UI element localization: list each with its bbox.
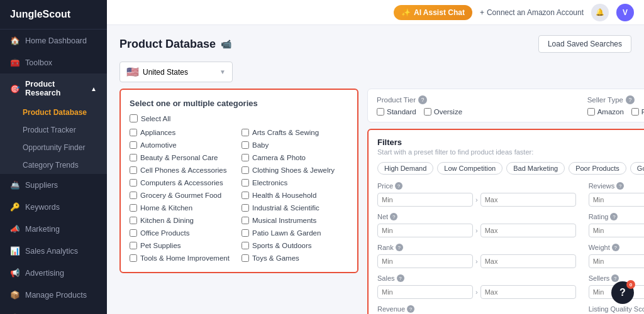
connect-label: Connect an Amazon Account — [487, 8, 584, 17]
category-office-checkbox[interactable] — [130, 229, 137, 237]
weight-min-input[interactable] — [589, 254, 644, 268]
price-min-input[interactable] — [377, 193, 473, 207]
price-range: › — [377, 193, 576, 207]
sidebar-sub-item-opportunity-finder[interactable]: Opportunity Finder — [0, 139, 107, 156]
price-max-input[interactable] — [480, 193, 576, 207]
category-beauty-checkbox[interactable] — [130, 154, 137, 161]
category-label: Beauty & Personal Care — [140, 154, 218, 161]
content-area: Product Database 📹 Load Saved Searches 🇺… — [107, 25, 644, 314]
weight-filter-group: Weight ? › — [589, 244, 644, 268]
category-musical-checkbox[interactable] — [242, 217, 249, 224]
manage-products-icon: 📦 — [10, 290, 20, 300]
category-electronics-checkbox[interactable] — [242, 179, 249, 187]
filters-title: Filters — [377, 138, 644, 147]
category-kitchen-dining-checkbox[interactable] — [130, 217, 137, 224]
category-label: Arts Crafts & Sewing — [252, 129, 319, 136]
sidebar-item-sales-analytics[interactable]: 📊 Sales Analytics — [0, 240, 107, 262]
amazon-checkbox[interactable] — [587, 108, 595, 116]
sales-range: › — [377, 285, 576, 299]
reviews-range: › — [589, 193, 644, 207]
user-avatar-button[interactable]: V — [616, 4, 634, 21]
reviews-min-input[interactable] — [589, 193, 644, 207]
ai-assist-button[interactable]: ✨ AI Assist Chat — [394, 5, 472, 20]
rank-min-input[interactable] — [377, 254, 473, 268]
sidebar-item-suppliers[interactable]: 🚢 Suppliers — [0, 174, 107, 196]
category-item: Cell Phones & Accessories — [130, 165, 236, 175]
sidebar-item-home-dashboard[interactable]: 🏠 Home Dashboard — [0, 30, 107, 51]
sidebar-item-toolbox[interactable]: 🧰 Toolbox — [0, 51, 107, 73]
categories-box: Select one or multiple categories Select… — [119, 89, 358, 273]
oversize-checkbox-item[interactable]: Oversize — [424, 108, 462, 116]
sales-max-input[interactable] — [480, 285, 576, 299]
standard-checkbox[interactable] — [377, 108, 384, 116]
category-toys-checkbox[interactable] — [242, 254, 249, 262]
net-label: Net ? — [377, 213, 576, 220]
sidebar-item-advertising[interactable]: 📢 Advertising — [0, 262, 107, 284]
category-clothing-checkbox[interactable] — [242, 166, 249, 174]
load-saved-searches-button[interactable]: Load Saved Searches — [538, 35, 631, 53]
product-tier-group: Product Tier ? Standard Oversize — [377, 95, 577, 116]
sidebar-sub-item-product-tracker[interactable]: Product Tracker — [0, 121, 107, 139]
oversize-checkbox[interactable] — [424, 108, 431, 116]
sidebar-sub-item-product-database[interactable]: Product Database — [0, 104, 107, 121]
category-baby-checkbox[interactable] — [242, 141, 249, 149]
category-arts-checkbox[interactable] — [242, 129, 249, 136]
rating-min-input[interactable] — [589, 224, 644, 237]
sidebar-item-marketing[interactable]: 📣 Marketing — [0, 218, 107, 240]
help-badge-button[interactable]: ? 0 — [611, 281, 634, 304]
fba-checkbox-item[interactable]: FBA — [631, 108, 644, 116]
filter-fields-grid: Price ? › Reviews — [377, 182, 644, 314]
category-cell-phones-checkbox[interactable] — [130, 166, 137, 174]
category-sports-checkbox[interactable] — [242, 242, 249, 249]
category-health-checkbox[interactable] — [242, 192, 249, 199]
product-tier-seller-row: Product Tier ? Standard Oversize — [367, 89, 644, 122]
category-label: Electronics — [252, 179, 287, 187]
rank-label: Rank ? — [377, 244, 576, 251]
net-min-input[interactable] — [377, 224, 473, 237]
chevron-down-icon: ▼ — [219, 68, 226, 75]
sidebar-item-academy[interactable]: 🎓 Academy — [0, 306, 107, 314]
sales-min-input[interactable] — [377, 285, 473, 299]
preset-high-demand[interactable]: High Demand — [377, 162, 433, 175]
category-camera-checkbox[interactable] — [242, 154, 249, 161]
preset-bad-marketing[interactable]: Bad Marketing — [506, 162, 565, 175]
category-automotive-checkbox[interactable] — [130, 141, 137, 149]
category-item: Office Products — [130, 228, 236, 238]
preset-low-competition[interactable]: Low Competition — [437, 162, 502, 175]
sidebar-item-label: Advertising — [25, 269, 64, 278]
rank-max-input[interactable] — [480, 254, 576, 268]
marketing-icon: 📣 — [10, 224, 20, 234]
sidebar-sub-item-label: Opportunity Finder — [23, 143, 85, 152]
sales-filter-group: Sales ? › — [377, 274, 576, 299]
category-grocery-checkbox[interactable] — [130, 192, 137, 199]
category-computers-checkbox[interactable] — [130, 179, 137, 187]
reviews-help-icon: ? — [616, 182, 624, 190]
category-appliances-checkbox[interactable] — [130, 129, 137, 136]
sidebar-item-manage-products[interactable]: 📦 Manage Products — [0, 284, 107, 306]
country-selector[interactable]: 🇺🇸 United States ▼ — [119, 62, 233, 82]
category-label: Automotive — [140, 141, 177, 149]
preset-poor-products[interactable]: Poor Products — [569, 162, 626, 175]
category-label: Baby — [252, 141, 269, 149]
sidebar-item-keywords[interactable]: 🔑 Keywords — [0, 196, 107, 218]
preset-good-roi[interactable]: Good ROI — [630, 162, 644, 175]
fba-checkbox[interactable] — [631, 108, 639, 116]
select-all-checkbox[interactable] — [130, 114, 138, 122]
question-mark-icon: ? — [619, 287, 626, 298]
net-range: › — [377, 224, 576, 237]
sales-analytics-icon: 📊 — [10, 246, 20, 256]
standard-checkbox-item[interactable]: Standard — [377, 108, 416, 116]
net-max-input[interactable] — [480, 224, 576, 237]
category-patio-checkbox[interactable] — [242, 229, 249, 237]
sidebar-section-header-product-research[interactable]: 🎯 Product Research ▲ — [0, 73, 107, 104]
category-pet-checkbox[interactable] — [130, 242, 137, 249]
connect-account-button[interactable]: + Connect an Amazon Account — [480, 8, 584, 17]
category-item: Baby — [242, 140, 348, 150]
amazon-checkbox-item[interactable]: Amazon — [587, 108, 624, 116]
category-industrial-checkbox[interactable] — [242, 204, 249, 212]
sidebar-sub-item-category-trends[interactable]: Category Trends — [0, 156, 107, 174]
notification-bell-button[interactable]: 🔔 — [591, 4, 609, 21]
category-home-kitchen-checkbox[interactable] — [130, 204, 137, 212]
category-tools-checkbox[interactable] — [130, 254, 137, 262]
category-item: Computers & Accessories — [130, 178, 236, 188]
